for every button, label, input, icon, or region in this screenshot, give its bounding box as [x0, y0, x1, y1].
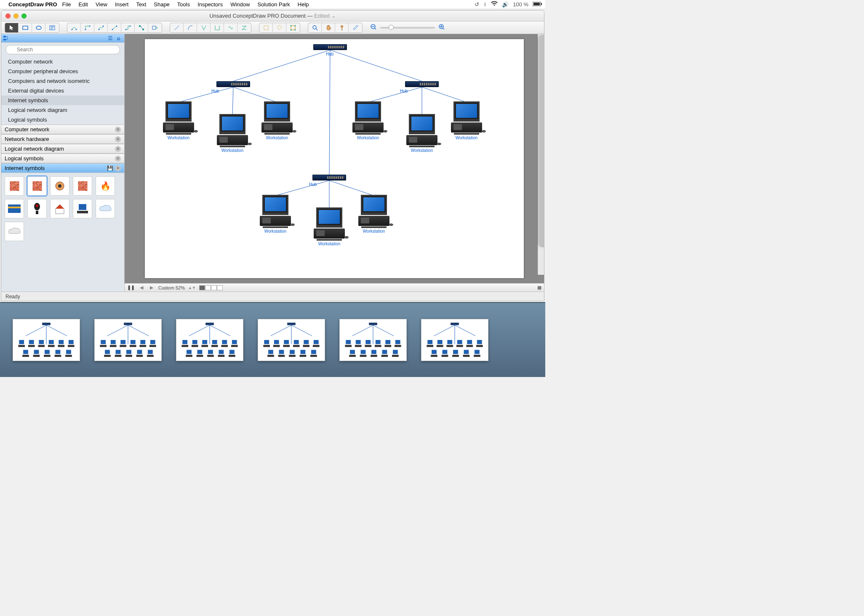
close-icon[interactable]: ✕ [115, 136, 121, 142]
sidebar-list-icon[interactable]: ☰ [107, 35, 114, 42]
menu-insert[interactable]: Insert [115, 1, 129, 8]
workstation-node[interactable]: Workstation [450, 101, 483, 140]
template-thumbnail[interactable] [94, 319, 162, 361]
volume-icon[interactable]: 🔊 [502, 1, 509, 8]
shape-home[interactable] [50, 199, 69, 218]
page-next-button[interactable]: ▶ [148, 285, 155, 290]
vertical-scrollbar[interactable] [538, 34, 544, 275]
conn-angle-tool[interactable] [81, 23, 94, 32]
lib-item[interactable]: Computer network [1, 57, 124, 66]
conn-ortho-tool[interactable] [121, 23, 135, 32]
select-lasso-tool[interactable] [273, 23, 286, 32]
sidebar-search-icon[interactable]: ⌕ [115, 35, 123, 42]
canvas-viewport[interactable]: HubHubHubHubWorkstationWorkstationWorkst… [125, 34, 544, 283]
lib-item[interactable]: Logical network diagram [1, 105, 124, 115]
shape-cloud[interactable] [96, 199, 115, 218]
drawing-page[interactable]: HubHubHubHubWorkstationWorkstationWorkst… [145, 39, 524, 278]
menu-inspectors[interactable]: Inspectors [197, 1, 223, 8]
save-icon[interactable]: 💾 [107, 165, 113, 171]
conn-line-tool[interactable] [108, 23, 121, 32]
workstation-node[interactable]: Workstation [351, 101, 385, 140]
timemachine-icon[interactable]: ↺ [475, 1, 479, 8]
shape-firewall2[interactable]: 🧱 [73, 176, 92, 196]
open-lib-header[interactable]: Computer network✕ [1, 125, 124, 134]
template-thumbnail[interactable] [176, 319, 243, 361]
menu-edit[interactable]: Edit [79, 1, 88, 8]
menu-tools[interactable]: Tools [177, 1, 190, 8]
zoom-out-button[interactable] [370, 24, 377, 32]
open-lib-header[interactable]: Logical symbols✕ [1, 154, 124, 163]
hub-node[interactable] [405, 81, 439, 87]
template-thumbnail[interactable] [421, 319, 488, 361]
battery-icon[interactable] [533, 1, 542, 8]
workstation-node[interactable]: Workstation [357, 195, 391, 234]
lib-item[interactable]: Internet symbols [1, 96, 124, 105]
lib-item[interactable]: Computers and network isometric [1, 76, 124, 86]
menu-view[interactable]: View [96, 1, 107, 8]
path-c-tool[interactable] [211, 23, 224, 32]
menu-text[interactable]: Text [136, 1, 146, 8]
lib-item[interactable]: External digital devices [1, 86, 124, 96]
titlebar[interactable]: Unsaved ConceptDraw PRO Document — Edite… [1, 11, 544, 21]
workstation-node[interactable]: Workstation [312, 207, 346, 246]
rect-tool[interactable] [19, 23, 32, 32]
path-l-tool[interactable] [197, 23, 211, 32]
conn-smart-tool[interactable] [135, 23, 148, 32]
shape-cloud-gray[interactable] [5, 222, 24, 241]
crop-tool[interactable] [335, 23, 349, 32]
window-minimize-button[interactable] [13, 13, 19, 19]
path-z-tool[interactable] [237, 23, 251, 32]
ellipse-tool[interactable] [32, 23, 45, 32]
workstation-node[interactable]: Workstation [162, 101, 195, 140]
zoom-level-label[interactable]: Custom 52% [158, 285, 185, 290]
window-maximize-button[interactable] [21, 13, 27, 19]
path-s-tool[interactable] [224, 23, 237, 32]
zoom-slider[interactable] [380, 27, 435, 29]
shape-server[interactable] [73, 199, 92, 218]
pause-icon[interactable]: ❚❚ [127, 285, 135, 290]
menu-shape[interactable]: Shape [154, 1, 170, 8]
shape-fire[interactable]: 🔥 [96, 176, 115, 196]
page-view-toggle[interactable] [199, 285, 223, 290]
grid-icon[interactable]: ▦ [537, 285, 541, 290]
shape-webcam[interactable] [27, 199, 47, 218]
workstation-node[interactable]: Workstation [405, 114, 439, 153]
hub-node[interactable] [312, 175, 346, 181]
menu-solution-park[interactable]: Solution Park [257, 1, 290, 8]
menu-window[interactable]: Window [230, 1, 250, 8]
menu-file[interactable]: File [62, 1, 71, 8]
zoom-tool[interactable] [308, 23, 322, 32]
lib-item[interactable]: Logical symbols [1, 115, 124, 125]
open-lib-header[interactable]: Logical network diagram✕ [1, 144, 124, 154]
workstation-node[interactable]: Workstation [259, 195, 292, 234]
template-thumbnail[interactable] [258, 319, 325, 361]
conn-export-tool[interactable] [148, 23, 162, 32]
template-thumbnail[interactable] [339, 319, 407, 361]
close-icon[interactable]: ✕ [115, 127, 121, 133]
hub-node[interactable] [313, 44, 347, 50]
open-lib-header[interactable]: Network hardware✕ [1, 134, 124, 144]
textbox-tool[interactable] [45, 23, 59, 32]
shape-tunnel[interactable] [50, 176, 69, 196]
lib-item[interactable]: Computer peripheral devices [1, 66, 124, 76]
arc-draw-tool[interactable] [184, 23, 197, 32]
hub-node[interactable] [216, 81, 250, 87]
zoom-in-button[interactable] [438, 24, 445, 32]
pointer-tool[interactable] [5, 23, 19, 32]
open-lib-header-active[interactable]: Internet symbols💾✕ [1, 163, 124, 173]
workstation-node[interactable]: Workstation [216, 114, 249, 153]
close-icon[interactable]: ✕ [115, 156, 121, 162]
window-close-button[interactable] [5, 13, 11, 19]
app-name[interactable]: ConceptDraw PRO [8, 1, 57, 8]
hand-tool[interactable] [322, 23, 335, 32]
select-pick-tool[interactable] [286, 23, 300, 32]
shape-firewall[interactable]: 🧱 [5, 176, 24, 196]
conn-spline-tool[interactable] [94, 23, 108, 32]
close-icon[interactable]: ✕ [115, 146, 121, 152]
template-thumbnail[interactable] [13, 319, 80, 361]
shape-card[interactable] [5, 199, 24, 218]
select-rect-tool[interactable] [259, 23, 273, 32]
close-icon[interactable]: ✕ [115, 165, 121, 171]
sidebar-tab-tree-icon[interactable] [3, 35, 12, 42]
library-search-input[interactable] [5, 45, 120, 54]
